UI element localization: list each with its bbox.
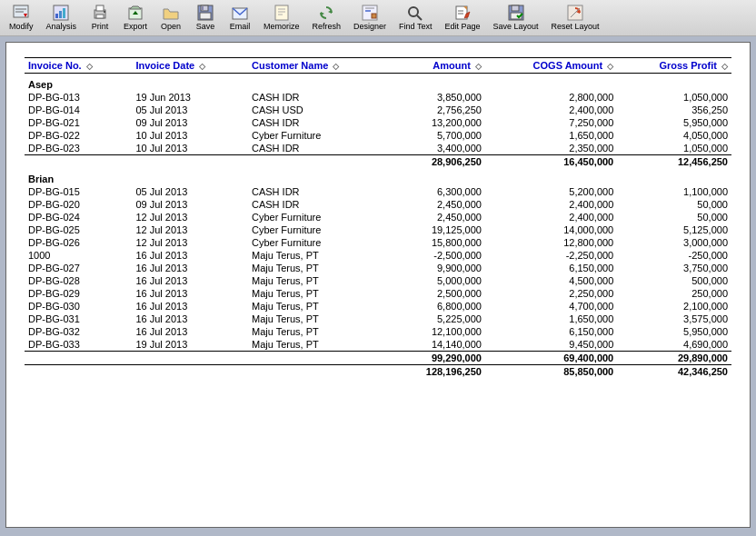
- amount: 19,125,000: [391, 223, 485, 236]
- edit-page-icon: [454, 5, 471, 21]
- col-amount[interactable]: Amount ◇: [391, 58, 485, 74]
- customer-name: CASH IDR: [248, 91, 391, 104]
- cogs-amount: 2,400,000: [485, 198, 617, 211]
- refresh-button[interactable]: Refresh: [307, 3, 347, 34]
- invoice-no: DP-BG-033: [25, 338, 132, 352]
- report-table: Invoice No. ◇ Invoice Date ◇ Customer Na…: [25, 57, 731, 378]
- table-row[interactable]: DP-BG-014 05 Jul 2013 CASH USD 2,756,250…: [25, 104, 731, 116]
- cogs-amount: 9,450,000: [485, 338, 617, 352]
- table-row[interactable]: DP-BG-025 12 Jul 2013 Cyber Furniture 19…: [25, 223, 731, 236]
- group-total-amount: 99,290,000: [391, 352, 485, 365]
- cogs-amount: 1,650,000: [485, 313, 617, 325]
- amount: 3,850,000: [391, 91, 485, 104]
- invoice-no: DP-BG-026: [25, 236, 132, 249]
- invoice-date: 19 Jul 2013: [132, 338, 248, 352]
- svg-marker-25: [321, 12, 324, 15]
- table-row[interactable]: DP-BG-024 12 Jul 2013 Cyber Furniture 2,…: [25, 211, 731, 223]
- cogs-amount: 1,650,000: [485, 129, 617, 142]
- table-row[interactable]: DP-BG-031 16 Jul 2013 Maju Terus, PT 5,2…: [25, 313, 731, 325]
- cogs-amount: 2,250,000: [485, 287, 617, 300]
- customer-name: CASH USD: [248, 104, 391, 116]
- amount: 5,700,000: [391, 129, 485, 142]
- amount: 14,140,000: [391, 338, 485, 352]
- customer-name: CASH IDR: [248, 198, 391, 211]
- cogs-amount: 12,800,000: [485, 236, 617, 249]
- modify-label: Modify: [9, 22, 34, 31]
- svg-rect-7: [63, 8, 65, 18]
- table-row[interactable]: DP-BG-027 16 Jul 2013 Maju Terus, PT 9,9…: [25, 262, 731, 274]
- table-row[interactable]: 1000 16 Jul 2013 Maju Terus, PT -2,500,0…: [25, 249, 731, 262]
- invoice-no: DP-BG-025: [25, 223, 132, 236]
- cogs-amount: 5,200,000: [485, 185, 617, 198]
- invoice-no: DP-BG-020: [25, 198, 132, 211]
- find-text-label: Find Text: [399, 22, 432, 31]
- open-button[interactable]: Open: [154, 3, 187, 34]
- memorize-label: Memorize: [264, 22, 300, 31]
- invoice-no: DP-BG-028: [25, 274, 132, 287]
- col-customer-name[interactable]: Customer Name ◇: [248, 58, 391, 74]
- table-row[interactable]: DP-BG-030 16 Jul 2013 Maju Terus, PT 6,8…: [25, 300, 731, 313]
- cogs-amount: 7,250,000: [485, 116, 617, 129]
- svg-point-11: [104, 11, 105, 13]
- amount: 9,900,000: [391, 262, 485, 274]
- export-button[interactable]: Export: [118, 3, 153, 34]
- svg-rect-17: [200, 13, 211, 19]
- cogs-amount: 4,700,000: [485, 300, 617, 313]
- amount: 6,800,000: [391, 300, 485, 313]
- table-row[interactable]: DP-BG-029 16 Jul 2013 Maju Terus, PT 2,5…: [25, 287, 731, 300]
- amount: 2,450,000: [391, 211, 485, 223]
- col-invoice-date[interactable]: Invoice Date ◇: [132, 58, 248, 74]
- customer-name: Maju Terus, PT: [248, 274, 391, 287]
- customer-name: Cyber Furniture: [248, 211, 391, 223]
- customer-name: CASH IDR: [248, 116, 391, 129]
- gross-profit: 250,000: [617, 287, 731, 300]
- table-row[interactable]: DP-BG-020 09 Jul 2013 CASH IDR 2,450,000…: [25, 198, 731, 211]
- invoice-date: 12 Jul 2013: [132, 211, 248, 223]
- gross-profit: 4,050,000: [617, 129, 731, 142]
- amount: 6,300,000: [391, 185, 485, 198]
- designer-icon: [362, 5, 378, 21]
- edit-page-button[interactable]: Edit Page: [439, 3, 485, 34]
- save-layout-label: Save Layout: [493, 22, 539, 31]
- find-text-button[interactable]: Find Text: [393, 3, 437, 34]
- invoice-date: 16 Jul 2013: [132, 249, 248, 262]
- invoice-no: DP-BG-024: [25, 211, 132, 223]
- gross-profit: 1,050,000: [617, 142, 731, 155]
- amount: 2,756,250: [391, 104, 485, 116]
- col-cogs-amount[interactable]: COGS Amount ◇: [485, 58, 617, 74]
- invoice-no: DP-BG-015: [25, 185, 132, 198]
- memorize-button[interactable]: Memorize: [258, 3, 305, 34]
- svg-rect-10: [96, 15, 104, 18]
- svg-rect-29: [372, 14, 376, 18]
- table-row[interactable]: DP-BG-013 19 Jun 2013 CASH IDR 3,850,000…: [25, 91, 731, 104]
- table-row[interactable]: DP-BG-021 09 Jul 2013 CASH IDR 13,200,00…: [25, 116, 731, 129]
- table-row[interactable]: DP-BG-023 10 Jul 2013 CASH IDR 3,400,000…: [25, 142, 731, 155]
- reset-layout-button[interactable]: Reset Layout: [546, 3, 605, 34]
- analysis-button[interactable]: Analysis: [41, 3, 83, 34]
- email-button[interactable]: Email: [224, 3, 256, 34]
- customer-name: CASH IDR: [248, 185, 391, 198]
- save-button[interactable]: Save: [189, 3, 222, 34]
- col-invoice-no[interactable]: Invoice No. ◇: [25, 58, 132, 74]
- open-label: Open: [161, 22, 181, 31]
- customer-name: Maju Terus, PT: [248, 262, 391, 274]
- table-row[interactable]: DP-BG-026 12 Jul 2013 Cyber Furniture 15…: [25, 236, 731, 249]
- customer-name: Maju Terus, PT: [248, 287, 391, 300]
- print-button[interactable]: Print: [84, 3, 116, 34]
- designer-button[interactable]: Designer: [348, 3, 392, 34]
- col-gross-profit[interactable]: Gross Profit ◇: [617, 58, 731, 74]
- gross-profit: 4,690,000: [617, 338, 731, 352]
- modify-button[interactable]: Modify: [4, 3, 39, 34]
- table-row[interactable]: DP-BG-015 05 Jul 2013 CASH IDR 6,300,000…: [25, 185, 731, 198]
- amount: 5,225,000: [391, 313, 485, 325]
- grand-total-cogs: 85,850,000: [485, 365, 617, 379]
- invoice-no: DP-BG-030: [25, 300, 132, 313]
- save-layout-button[interactable]: Save Layout: [488, 3, 544, 34]
- table-row[interactable]: DP-BG-033 19 Jul 2013 Maju Terus, PT 14,…: [25, 338, 731, 352]
- table-row[interactable]: DP-BG-022 10 Jul 2013 Cyber Furniture 5,…: [25, 129, 731, 142]
- gross-profit: -250,000: [617, 249, 731, 262]
- table-row[interactable]: DP-BG-028 16 Jul 2013 Maju Terus, PT 5,0…: [25, 274, 731, 287]
- amount: 5,000,000: [391, 274, 485, 287]
- table-row[interactable]: DP-BG-032 16 Jul 2013 Maju Terus, PT 12,…: [25, 325, 731, 338]
- invoice-date: 10 Jul 2013: [132, 142, 248, 155]
